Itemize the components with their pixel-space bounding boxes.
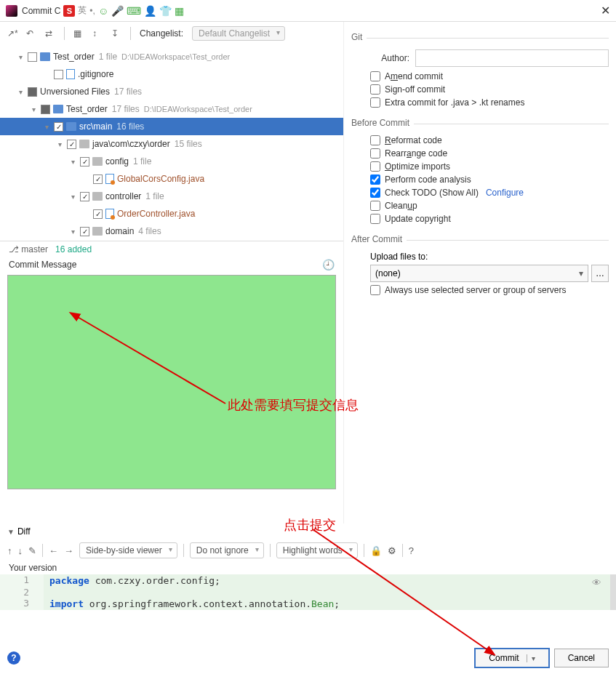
ime-keyboard-icon: ⌨: [127, 5, 141, 17]
tree-folder[interactable]: ▾Test_order17 filesD:\IDEAWorkspace\Test…: [0, 100, 343, 118]
tree-folder[interactable]: ▾Unversioned Files17 files: [0, 83, 343, 100]
expand-icon[interactable]: ▾: [68, 228, 77, 236]
tree-item-count: 1 file: [145, 191, 164, 201]
tree-item-count: 15 files: [175, 139, 202, 149]
tree-folder[interactable]: ▾controller1 file: [0, 188, 343, 205]
highlight-select[interactable]: Highlight words: [276, 542, 358, 558]
rollback-icon[interactable]: ↶: [26, 28, 36, 39]
reformat-checkbox[interactable]: [370, 135, 380, 145]
next-change-icon[interactable]: ↓: [18, 545, 23, 556]
expand-icon[interactable]: ▾: [68, 193, 77, 201]
always-server-checkbox[interactable]: [370, 285, 380, 295]
tree-folder[interactable]: ▾java\com\czxy\order15 files: [0, 135, 343, 153]
refresh-icon[interactable]: ↗*: [7, 28, 17, 39]
ime-person-icon: 👤: [144, 5, 156, 17]
expand-icon[interactable]: ▾: [16, 88, 25, 96]
viewer-mode-select[interactable]: Side-by-side viewer: [79, 542, 177, 558]
group-icon[interactable]: ▦: [73, 28, 84, 39]
tree-checkbox[interactable]: [80, 192, 89, 201]
tree-item-name: Unversioned Files: [40, 87, 110, 97]
expand-icon[interactable]: ↕: [92, 28, 103, 39]
tree-checkbox[interactable]: [54, 70, 63, 79]
folder-icon: [66, 122, 76, 131]
edit-icon[interactable]: ✎: [28, 545, 36, 556]
lock-icon[interactable]: 🔒: [370, 545, 382, 556]
tree-checkbox[interactable]: [93, 209, 103, 219]
ignore-select[interactable]: Do not ignore: [190, 542, 264, 558]
before-commit-section-label: Before Commit: [351, 118, 609, 129]
optimize-checkbox[interactable]: [370, 161, 380, 172]
tree-item-name: Test_order: [66, 104, 108, 114]
amend-label: Amend commit: [385, 71, 443, 81]
signoff-checkbox[interactable]: [370, 84, 380, 95]
ime-emoji-icon: ☺: [98, 5, 108, 17]
extra-kt-checkbox[interactable]: [370, 97, 380, 108]
analysis-checkbox[interactable]: [370, 174, 380, 185]
copyright-checkbox[interactable]: [370, 214, 380, 224]
upload-select[interactable]: (none): [370, 265, 588, 282]
gear-icon[interactable]: ⚙: [388, 545, 396, 556]
folder-icon: [92, 227, 103, 236]
upload-browse-button[interactable]: …: [591, 265, 609, 282]
diff-toolbar: ↑ ↓ ✎ ← → Side-by-side viewer Do not ign…: [0, 539, 616, 561]
tree-checkbox[interactable]: [80, 157, 89, 167]
tree-checkbox[interactable]: [28, 52, 37, 62]
expand-icon[interactable]: ▾: [16, 53, 25, 61]
tree-file[interactable]: OrderController.java: [0, 205, 343, 222]
todo-checkbox[interactable]: [370, 188, 380, 198]
copyright-label: Update copyright: [385, 214, 451, 224]
author-input[interactable]: [415, 49, 609, 67]
commit-message-textarea[interactable]: [7, 275, 336, 489]
tree-item-name: OrderController.java: [117, 209, 195, 219]
expand-icon[interactable]: ▾: [42, 123, 51, 131]
diff-help-icon[interactable]: ?: [409, 545, 414, 556]
tree-checkbox[interactable]: [93, 174, 103, 184]
nav-back-icon[interactable]: ←: [49, 545, 58, 556]
optimize-label: Optimize imports: [385, 161, 450, 172]
close-button[interactable]: ✕: [601, 4, 610, 17]
tree-item-name: .gitignore: [78, 69, 113, 79]
expand-icon[interactable]: ▾: [29, 105, 38, 113]
eye-icon[interactable]: 👁: [592, 577, 601, 588]
diff-header[interactable]: ▼ Diff: [0, 523, 616, 539]
nav-fwd-icon[interactable]: →: [64, 545, 73, 556]
prev-change-icon[interactable]: ↑: [7, 545, 12, 556]
commit-dropdown-icon[interactable]: ▾: [527, 654, 535, 662]
tree-file[interactable]: .gitignore: [0, 65, 343, 83]
code-viewer[interactable]: 👁 1package com.czxy.order.config;23impor…: [0, 574, 616, 610]
tree-item-path: D:\IDEAWorkspace\Test_order: [144, 105, 252, 113]
tree-checkbox[interactable]: [67, 140, 76, 149]
expand-icon[interactable]: ▾: [55, 140, 64, 148]
diff-icon[interactable]: ⇄: [45, 28, 55, 39]
diff-collapse-icon[interactable]: ▼: [7, 528, 15, 536]
tree-checkbox[interactable]: [41, 105, 50, 114]
folder-icon: [92, 157, 103, 166]
rearrange-checkbox[interactable]: [370, 148, 380, 159]
changelist-select[interactable]: Default Changelist: [192, 26, 285, 41]
ime-shirt-icon: 👕: [159, 5, 172, 17]
code-line: 3import org.springframework.context.anno…: [0, 598, 610, 610]
cleanup-checkbox[interactable]: [370, 201, 380, 211]
commit-message-label: Commit Message: [9, 260, 76, 270]
amend-checkbox[interactable]: [370, 71, 380, 81]
expand-icon[interactable]: ▾: [68, 158, 77, 166]
tree-folder[interactable]: ▾Test_order1 fileD:\IDEAWorkspace\Test_o…: [0, 48, 343, 65]
cancel-button[interactable]: Cancel: [554, 649, 609, 667]
help-button[interactable]: ?: [7, 651, 20, 665]
signoff-label: Sign-off commit: [385, 84, 445, 95]
changes-tree[interactable]: ▾Test_order1 fileD:\IDEAWorkspace\Test_o…: [0, 45, 343, 241]
commit-button[interactable]: Commit▾: [474, 648, 549, 668]
tree-folder[interactable]: ▾domain4 files: [0, 222, 343, 240]
changelist-label: Changelist:: [140, 28, 183, 39]
app-icon: [6, 5, 17, 17]
collapse-icon[interactable]: ↧: [111, 28, 121, 39]
tree-checkbox[interactable]: [54, 122, 63, 132]
analysis-label: Perform code analysis: [385, 174, 471, 185]
configure-link[interactable]: Configure: [486, 188, 524, 198]
tree-folder[interactable]: ▾config1 file: [0, 153, 343, 170]
tree-checkbox[interactable]: [80, 227, 89, 236]
history-icon[interactable]: 🕘: [322, 259, 335, 270]
tree-checkbox[interactable]: [28, 87, 37, 97]
tree-file[interactable]: GlobalCorsConfig.java: [0, 170, 343, 188]
tree-folder[interactable]: ▾src\main16 files: [0, 118, 343, 135]
